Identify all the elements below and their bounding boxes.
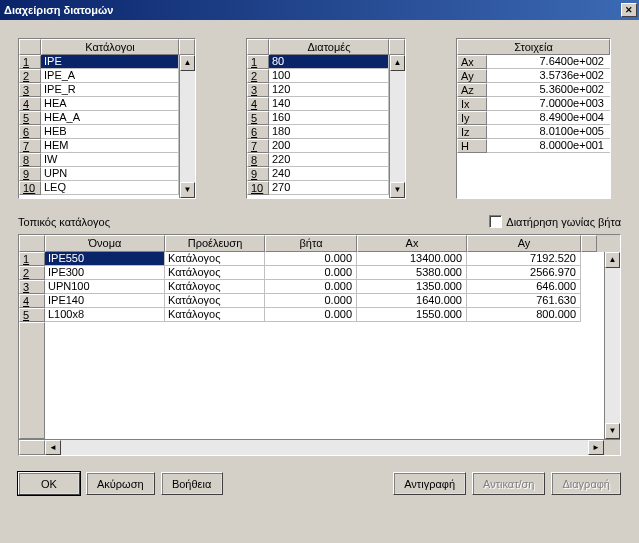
property-row: Az5.3600e+002: [457, 83, 610, 97]
table-row[interactable]: 1IPE550Κατάλογος0.00013400.0007192.520: [19, 252, 604, 266]
sections-scrollbar[interactable]: ▲ ▼: [389, 55, 405, 198]
list-item[interactable]: 4140: [247, 97, 389, 111]
cancel-button[interactable]: Ακύρωση: [86, 472, 155, 495]
grid-header-origin[interactable]: Προέλευση: [165, 235, 265, 252]
grid-header-ay[interactable]: Ay: [467, 235, 581, 252]
sections-panel: Διατομές 1802100312041405160618072008220…: [246, 38, 406, 199]
list-item[interactable]: 8IW: [19, 153, 179, 167]
list-item[interactable]: 3IPE_R: [19, 83, 179, 97]
grid-header-beta[interactable]: βήτα: [265, 235, 357, 252]
property-row: Iy8.4900e+004: [457, 111, 610, 125]
grid-rows[interactable]: 1IPE550Κατάλογος0.00013400.0007192.5202I…: [19, 252, 604, 439]
property-row: Ay3.5736e+002: [457, 69, 610, 83]
properties-panel: Στοιχεία Ax7.6400e+002Ay3.5736e+002Az5.3…: [456, 38, 611, 199]
scroll-right-icon[interactable]: ►: [588, 440, 604, 455]
property-row: Ax7.6400e+002: [457, 55, 610, 69]
sections-list[interactable]: 1802100312041405160618072008220924010270: [247, 55, 389, 198]
replace-button[interactable]: Αντικατ/ση: [472, 472, 545, 495]
list-item[interactable]: 10270: [247, 181, 389, 195]
property-row: Iz8.0100e+005: [457, 125, 610, 139]
ok-button[interactable]: OK: [18, 472, 80, 495]
property-row: H8.0000e+001: [457, 139, 610, 153]
retain-beta-checkbox[interactable]: Διατήρηση γωνίας βήτα: [489, 215, 621, 228]
list-item[interactable]: 5HEA_A: [19, 111, 179, 125]
catalogs-scrollbar[interactable]: ▲ ▼: [179, 55, 195, 198]
list-item[interactable]: 9UPN: [19, 167, 179, 181]
list-item[interactable]: 7200: [247, 139, 389, 153]
list-item[interactable]: 6180: [247, 125, 389, 139]
grid-hscrollbar[interactable]: ◄ ►: [19, 439, 620, 455]
list-item[interactable]: 4HEA: [19, 97, 179, 111]
sections-header: Διατομές: [269, 39, 389, 55]
local-catalog-label: Τοπικός κατάλογος: [18, 216, 110, 228]
list-item[interactable]: 1IPE: [19, 55, 179, 69]
titlebar: Διαχείριση διατομών ✕: [0, 0, 639, 20]
grid-vscrollbar[interactable]: ▲ ▼: [604, 252, 620, 439]
close-button[interactable]: ✕: [621, 3, 637, 17]
table-row[interactable]: 4IPE140Κατάλογος0.0001640.000761.630: [19, 294, 604, 308]
list-item[interactable]: 9240: [247, 167, 389, 181]
local-catalog-grid: Όνομα Προέλευση βήτα Ax Ay 1IPE550Κατάλο…: [18, 234, 621, 456]
grid-header-name[interactable]: Όνομα: [45, 235, 165, 252]
scroll-left-icon[interactable]: ◄: [45, 440, 61, 455]
delete-button[interactable]: Διαγραφή: [551, 472, 621, 495]
retain-beta-label: Διατήρηση γωνίας βήτα: [506, 216, 621, 228]
list-item[interactable]: 180: [247, 55, 389, 69]
catalogs-list[interactable]: 1IPE2IPE_A3IPE_R4HEA5HEA_A6HEB7HEM8IW9UP…: [19, 55, 179, 198]
scroll-up-icon[interactable]: ▲: [605, 252, 620, 268]
properties-header: Στοιχεία: [457, 39, 610, 55]
scroll-down-icon[interactable]: ▼: [180, 182, 195, 198]
help-button[interactable]: Βοήθεια: [161, 472, 223, 495]
catalogs-panel: Κατάλογοι 1IPE2IPE_A3IPE_R4HEA5HEA_A6HEB…: [18, 38, 196, 199]
table-row[interactable]: 2IPE300Κατάλογος0.0005380.0002566.970: [19, 266, 604, 280]
list-item[interactable]: 8220: [247, 153, 389, 167]
scroll-up-icon[interactable]: ▲: [180, 55, 195, 71]
list-item[interactable]: 10LEQ: [19, 181, 179, 195]
table-row[interactable]: 5L100x8Κατάλογος0.0001550.000800.000: [19, 308, 604, 322]
scroll-down-icon[interactable]: ▼: [390, 182, 405, 198]
list-item[interactable]: 3120: [247, 83, 389, 97]
list-item[interactable]: 2100: [247, 69, 389, 83]
copy-button[interactable]: Αντιγραφή: [393, 472, 466, 495]
list-item[interactable]: 5160: [247, 111, 389, 125]
list-item[interactable]: 6HEB: [19, 125, 179, 139]
window-title: Διαχείριση διατομών: [4, 4, 113, 16]
list-item[interactable]: 7HEM: [19, 139, 179, 153]
table-row[interactable]: 3UPN100Κατάλογος0.0001350.000646.000: [19, 280, 604, 294]
list-item[interactable]: 2IPE_A: [19, 69, 179, 83]
scroll-down-icon[interactable]: ▼: [605, 423, 620, 439]
grid-header-ax[interactable]: Ax: [357, 235, 467, 252]
catalogs-header: Κατάλογοι: [41, 39, 179, 55]
property-row: Ix7.0000e+003: [457, 97, 610, 111]
scroll-up-icon[interactable]: ▲: [390, 55, 405, 71]
